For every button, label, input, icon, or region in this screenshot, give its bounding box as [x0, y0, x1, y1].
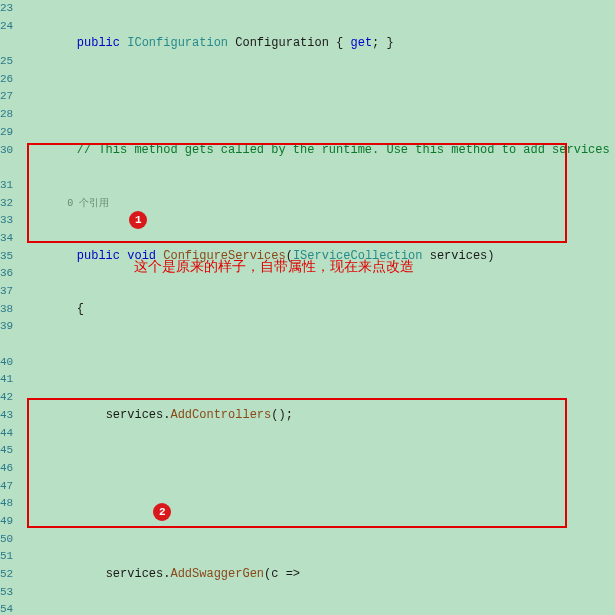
line-number: 43 — [0, 407, 13, 425]
code-line[interactable]: public IConfiguration Configuration { ge… — [19, 35, 615, 53]
line-number: 44 — [0, 425, 13, 443]
code-editor[interactable]: 2324252627282930313233343536373839404142… — [0, 0, 615, 615]
line-number: 36 — [0, 265, 13, 283]
line-number: 39 — [0, 318, 13, 336]
codelens-references[interactable]: 0 个引用 — [19, 195, 615, 213]
line-number: 41 — [0, 371, 13, 389]
line-number: 48 — [0, 495, 13, 513]
line-number: 34 — [0, 230, 13, 248]
code-content[interactable]: public IConfiguration Configuration { ge… — [19, 0, 615, 615]
line-number: 30 — [0, 142, 13, 160]
annotation-badge-1: 1 — [129, 211, 147, 229]
line-number: 52 — [0, 566, 13, 584]
line-number: 40 — [0, 354, 13, 372]
line-number: 23 — [0, 0, 13, 18]
line-number: 53 — [0, 584, 13, 602]
code-line[interactable]: services.AddControllers(); — [19, 407, 615, 425]
line-number: 28 — [0, 106, 13, 124]
line-number: 35 — [0, 248, 13, 266]
line-number: 38 — [0, 301, 13, 319]
line-number: 51 — [0, 548, 13, 566]
line-number: 42 — [0, 389, 13, 407]
line-number: 29 — [0, 124, 13, 142]
code-line[interactable]: { — [19, 301, 615, 319]
line-number: 27 — [0, 88, 13, 106]
line-number: 47 — [0, 478, 13, 496]
line-number: 32 — [0, 195, 13, 213]
line-number: 25 — [0, 53, 13, 71]
line-number: 45 — [0, 442, 13, 460]
code-line[interactable]: services.AddSwaggerGen(c => — [19, 566, 615, 584]
line-number — [0, 336, 13, 354]
line-number: 50 — [0, 531, 13, 549]
line-number: 26 — [0, 71, 13, 89]
line-number: 46 — [0, 460, 13, 478]
line-number: 33 — [0, 212, 13, 230]
annotation-text: 这个是原来的样子，自带属性，现在来点改造 — [134, 258, 414, 276]
line-number: 37 — [0, 283, 13, 301]
line-number: 24 — [0, 18, 13, 36]
line-number — [0, 159, 13, 177]
line-number — [0, 35, 13, 53]
line-number: 54 — [0, 601, 13, 615]
line-number-gutter: 2324252627282930313233343536373839404142… — [0, 0, 19, 615]
code-line[interactable]: // This method gets called by the runtim… — [19, 142, 615, 160]
line-number: 31 — [0, 177, 13, 195]
line-number: 49 — [0, 513, 13, 531]
